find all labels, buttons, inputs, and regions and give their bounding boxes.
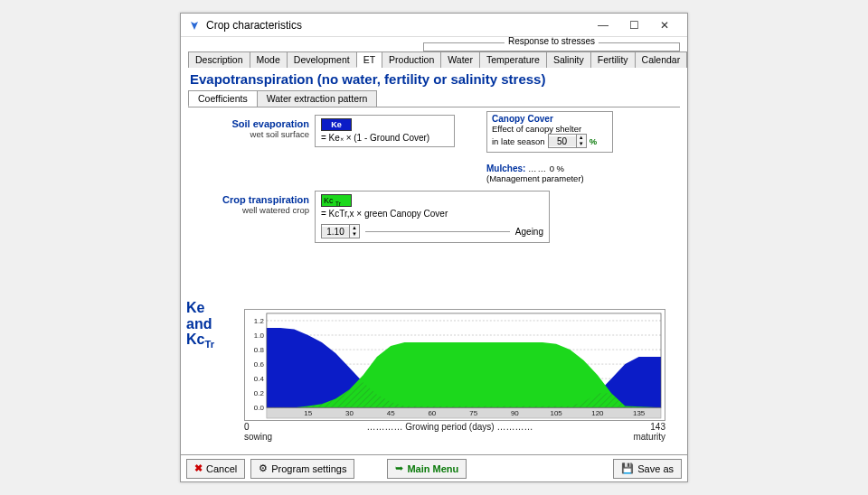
crop-characteristics-window: Crop characteristics — ☐ ✕ Response to s… <box>180 13 688 482</box>
canopy-shelter-spinner[interactable]: 50 ▲▼ <box>548 134 587 148</box>
ke-formula-box: Ke = Keₓ × (1 - Ground Cover) <box>315 115 455 147</box>
kctr-formula-text: = KcTr,x × green Canopy Cover <box>321 209 448 219</box>
svg-text:0.2: 0.2 <box>254 389 264 397</box>
chart-y-axis-label: KeandKcTr <box>186 300 214 350</box>
chart-svg: 0.00.20.40.60.81.01.21530456075901051201… <box>245 310 665 420</box>
svg-text:135: 135 <box>633 409 646 417</box>
mulches-value: 0 % <box>550 163 564 173</box>
svg-text:0.4: 0.4 <box>254 375 265 383</box>
response-to-stresses-label: Response to stresses <box>505 37 599 46</box>
canopy-cover-box: Canopy Cover Effect of canopy shelter in… <box>486 111 613 153</box>
tab-production[interactable]: Production <box>382 51 441 68</box>
tab-mode[interactable]: Mode <box>250 51 288 68</box>
svg-text:60: 60 <box>428 409 436 417</box>
kctr-value-spinner[interactable]: 1.10 ▲▼ <box>321 224 360 238</box>
window-title: Crop characteristics <box>206 19 302 32</box>
svg-text:45: 45 <box>387 409 395 417</box>
ke-formula-text: = Keₓ × (1 - Ground Cover) <box>321 133 429 143</box>
chart-x-middle-label: ………… Growing period (days) ………… <box>366 422 533 432</box>
tab-salinity[interactable]: Salinity <box>546 51 591 68</box>
canopy-desc-1: Effect of canopy shelter <box>492 124 608 134</box>
subtab-water-extraction-pattern[interactable]: Water extraction pattern <box>257 90 378 107</box>
canopy-shelter-value: 50 <box>549 136 576 146</box>
kctr-value: 1.10 <box>322 227 349 237</box>
kctr-formula-box: Kc Tr = KcTr,x × green Canopy Cover 1.10… <box>315 191 550 243</box>
svg-text:30: 30 <box>345 409 354 417</box>
save-icon: 💾 <box>621 462 634 474</box>
svg-text:75: 75 <box>469 409 477 417</box>
gear-icon: ⚙ <box>259 462 268 474</box>
tab-temperature[interactable]: Temperature <box>479 51 547 68</box>
chart-x-start-label: sowing <box>244 432 272 442</box>
crop-transpiration-label: Crop transpiration <box>192 194 309 205</box>
sub-tab-bar: CoefficientsWater extraction pattern <box>188 90 680 107</box>
svg-text:90: 90 <box>511 409 519 417</box>
tab-description[interactable]: Description <box>188 51 250 68</box>
mulches-label: Mulches: <box>486 163 525 173</box>
chart-x-end-label: maturity <box>633 432 665 442</box>
tab-et[interactable]: ET <box>356 51 382 68</box>
canopy-unit: % <box>590 136 597 146</box>
close-icon: ✖ <box>194 462 203 474</box>
app-icon <box>188 19 201 32</box>
tab-development[interactable]: Development <box>287 51 357 68</box>
svg-text:1.0: 1.0 <box>254 332 265 340</box>
kctr-chip: Kc Tr <box>321 194 352 207</box>
svg-text:0.8: 0.8 <box>254 346 265 354</box>
soil-evaporation-label: Soil evaporation <box>192 118 309 129</box>
chart-x-end: 143 <box>650 422 665 432</box>
cancel-button[interactable]: ✖ Cancel <box>186 459 245 479</box>
crop-transpiration-sublabel: well watered crop <box>192 205 309 215</box>
tab-fertility[interactable]: Fertility <box>590 51 636 68</box>
page-heading: Evapotranspiration (no water, fertility … <box>188 68 680 90</box>
ageing-label: Ageing <box>515 227 543 237</box>
menu-icon: ➥ <box>395 462 403 474</box>
canopy-desc-2: in late season <box>492 136 545 146</box>
main-tab-bar: DescriptionModeDevelopmentETProductionWa… <box>188 51 680 68</box>
canopy-cover-title: Canopy Cover <box>492 114 608 124</box>
svg-text:15: 15 <box>304 409 312 417</box>
window-titlebar: Crop characteristics — ☐ ✕ <box>181 14 687 37</box>
window-close-button[interactable]: ✕ <box>649 15 680 35</box>
window-maximize-button[interactable]: ☐ <box>618 15 649 35</box>
save-as-button[interactable]: 💾 Save as <box>613 459 682 479</box>
spinner-down-icon[interactable]: ▼ <box>577 141 586 147</box>
window-minimize-button[interactable]: — <box>588 15 618 35</box>
subtab-coefficients[interactable]: Coefficients <box>188 90 258 107</box>
bottom-button-bar: ✖ Cancel ⚙ Program settings ➥ Main Menu … <box>181 454 687 481</box>
tab-water[interactable]: Water <box>440 51 480 68</box>
mulches-note: (Management parameter) <box>486 173 584 183</box>
chart-x-start: 0 <box>244 422 250 432</box>
svg-text:1.2: 1.2 <box>254 317 264 325</box>
spinner-up-icon[interactable]: ▲ <box>350 225 359 231</box>
tab-calendar[interactable]: Calendar <box>635 51 687 68</box>
svg-text:120: 120 <box>591 409 604 417</box>
svg-text:0.0: 0.0 <box>254 404 265 412</box>
program-settings-button[interactable]: ⚙ Program settings <box>250 459 354 479</box>
soil-evaporation-sublabel: wet soil surface <box>192 129 309 139</box>
svg-text:0.6: 0.6 <box>254 360 265 369</box>
spinner-up-icon[interactable]: ▲ <box>577 135 586 141</box>
spinner-down-icon[interactable]: ▼ <box>350 231 359 238</box>
main-menu-button[interactable]: ➥ Main Menu <box>387 459 467 479</box>
svg-text:105: 105 <box>550 409 562 417</box>
response-to-stresses-frame: Response to stresses <box>423 42 680 51</box>
ke-kctr-chart: KeandKcTr 0.00.20.40.60.81.01.2153045607… <box>188 309 680 442</box>
ke-chip: Ke <box>321 118 352 131</box>
